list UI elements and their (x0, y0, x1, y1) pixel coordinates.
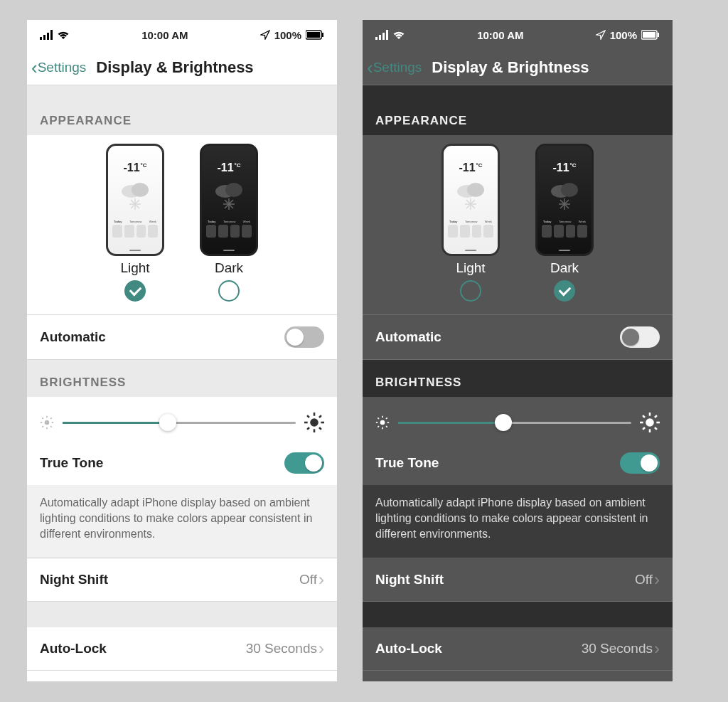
svg-rect-0 (40, 37, 42, 40)
appearance-option-light[interactable]: -11°C TodayTomorrowWeek Light (441, 144, 500, 302)
preview-light: -11°C TodayTomorrowWeek (106, 144, 164, 256)
svg-point-56 (380, 420, 385, 425)
spacer (363, 602, 673, 627)
truetone-row: True Tone (363, 441, 673, 485)
svg-line-64 (378, 426, 379, 427)
spacer (27, 602, 337, 627)
radio-dark[interactable] (554, 280, 575, 302)
preview-dark: -11°C TodayTomorrowWeek (535, 144, 594, 256)
brightness-slider[interactable] (398, 422, 631, 424)
appearance-option-light[interactable]: -11°C TodayTomorrowWeek Light (106, 144, 164, 302)
svg-line-24 (42, 418, 43, 419)
truetone-row: True Tone (27, 441, 337, 485)
svg-rect-38 (379, 35, 381, 40)
chevron-right-icon: › (654, 571, 660, 588)
location-icon (596, 30, 606, 40)
svg-rect-1 (43, 35, 46, 40)
appearance-option-dark[interactable]: -11°C TodayTomorrowWeek Dark (535, 144, 594, 302)
titlebar: ‹ Settings Display & Brightness (363, 50, 673, 85)
autolock-label: Auto-Lock (375, 641, 442, 656)
radio-light[interactable] (460, 280, 481, 302)
truetone-label: True Tone (40, 455, 103, 471)
section-header-brightness: BRIGHTNESS (27, 360, 337, 397)
autolock-value: 30 Seconds (246, 641, 317, 656)
svg-line-61 (378, 418, 379, 419)
brightness-slider-row (27, 397, 337, 441)
svg-rect-2 (47, 33, 49, 40)
automatic-label: Automatic (375, 329, 441, 345)
automatic-toggle[interactable] (620, 326, 660, 348)
svg-line-35 (319, 415, 321, 418)
svg-line-34 (319, 427, 321, 430)
nightshift-value: Off (299, 572, 317, 587)
svg-line-26 (50, 418, 52, 419)
chevron-left-icon: ‹ (31, 58, 38, 77)
svg-line-63 (386, 418, 387, 419)
svg-point-8 (132, 183, 149, 197)
sun-small-icon (40, 415, 54, 430)
statusbar: 10:00 AM 100% (363, 20, 673, 50)
section-header-appearance: APPEARANCE (363, 85, 673, 135)
truetone-toggle[interactable] (284, 452, 324, 474)
appearance-dark-label: Dark (215, 260, 243, 276)
status-time: 10:00 AM (141, 29, 188, 41)
preview-dark: -11°C TodayTomorrowWeek (200, 144, 258, 256)
svg-line-25 (50, 426, 52, 427)
svg-rect-43 (658, 33, 659, 37)
svg-line-27 (42, 426, 43, 427)
radio-light[interactable] (124, 280, 146, 302)
svg-line-33 (307, 415, 309, 418)
autolock-value: 30 Seconds (582, 641, 653, 656)
signal-icon (375, 30, 388, 40)
svg-line-70 (643, 415, 645, 418)
status-battery-pct: 100% (610, 29, 637, 41)
section-header-brightness: BRIGHTNESS (363, 360, 673, 397)
svg-line-62 (386, 426, 387, 427)
truetone-toggle[interactable] (620, 452, 660, 474)
section-header-appearance: APPEARANCE (27, 85, 337, 135)
phone-dark-variant: 10:00 AM 100% ‹ Settings Display & Brigh… (363, 20, 673, 681)
svg-rect-5 (307, 32, 320, 38)
status-time: 10:00 AM (477, 29, 523, 41)
svg-point-14 (225, 183, 242, 197)
appearance-options: -11°C TodayTomorrowWeek Light -11°C Toda… (363, 135, 673, 315)
page-title: Display & Brightness (432, 58, 589, 77)
nightshift-row[interactable]: Night Shift Off› (27, 558, 337, 602)
status-battery-pct: 100% (274, 29, 301, 41)
battery-icon (306, 30, 324, 40)
signal-icon (40, 30, 53, 40)
radio-dark[interactable] (218, 280, 240, 302)
nightshift-row[interactable]: Night Shift Off› (363, 558, 673, 602)
autolock-label: Auto-Lock (40, 641, 107, 656)
preview-light: -11°C TodayTomorrowWeek (441, 144, 500, 256)
nightshift-label: Night Shift (375, 572, 444, 587)
brightness-slider[interactable] (63, 422, 296, 424)
svg-rect-6 (322, 33, 323, 37)
chevron-right-icon: › (654, 640, 660, 657)
chevron-left-icon: ‹ (367, 58, 373, 77)
svg-line-71 (655, 427, 657, 430)
svg-point-65 (646, 418, 654, 427)
autolock-row[interactable]: Auto-Lock 30 Seconds› (27, 627, 337, 671)
back-label: Settings (38, 60, 87, 75)
svg-rect-39 (382, 33, 385, 40)
svg-rect-40 (386, 30, 388, 40)
svg-rect-37 (375, 37, 378, 40)
sun-large-icon (304, 413, 324, 432)
wifi-icon (392, 30, 405, 40)
automatic-row: Automatic (27, 315, 337, 360)
svg-point-28 (310, 418, 318, 427)
svg-rect-42 (643, 32, 655, 38)
wifi-icon (57, 30, 70, 40)
chevron-right-icon: › (318, 571, 324, 588)
appearance-option-dark[interactable]: -11°C TodayTomorrowWeek Dark (200, 144, 258, 302)
autolock-row[interactable]: Auto-Lock 30 Seconds› (363, 627, 673, 671)
location-icon (260, 30, 270, 40)
svg-point-19 (45, 420, 50, 425)
svg-point-51 (561, 183, 578, 197)
svg-line-36 (307, 427, 309, 430)
titlebar: ‹ Settings Display & Brightness (27, 50, 337, 85)
automatic-toggle[interactable] (284, 326, 324, 348)
back-button[interactable]: ‹ Settings (31, 58, 86, 77)
back-button[interactable]: ‹ Settings (367, 58, 422, 77)
